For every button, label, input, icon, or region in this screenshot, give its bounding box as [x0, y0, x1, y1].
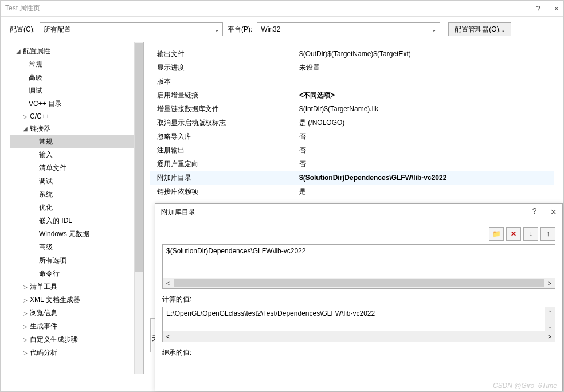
arrow-down-icon: ◢	[16, 48, 23, 54]
new-folder-button[interactable]: 📁	[489, 227, 504, 241]
help-button[interactable]: ?	[536, 4, 540, 13]
folder-icon: 📁	[492, 230, 501, 238]
scroll-left-arrow[interactable]: <	[163, 331, 173, 342]
tree-item[interactable]: 常规	[10, 58, 134, 71]
tree-item[interactable]: ▷代码分析	[10, 346, 134, 359]
tree-item[interactable]: 系统	[10, 188, 134, 201]
property-key: 注册输出	[157, 144, 299, 156]
platform-select[interactable]: Win32 ⌄	[257, 22, 440, 36]
vertical-scrollbar[interactable]: ⌃ ⌄	[545, 307, 555, 331]
tree-root[interactable]: ◢配置属性	[10, 45, 134, 58]
tree-item[interactable]: 命令行	[10, 267, 134, 280]
dialog-toolbar: 📁 ✕ ↓ ↑	[162, 227, 555, 241]
tree-item-cc[interactable]: ▷C/C++	[10, 111, 134, 122]
dialog-title: 附加库目录	[161, 207, 532, 217]
tree-item[interactable]: ▷XML 文档生成器	[10, 293, 134, 307]
tree-item-linker[interactable]: ◢链接器	[10, 122, 134, 135]
dialog-help-button[interactable]: ?	[532, 206, 537, 218]
delete-icon: ✕	[511, 230, 516, 238]
move-down-button[interactable]: ↓	[523, 227, 538, 241]
property-row[interactable]: 显示进度未设置	[150, 61, 554, 75]
property-value[interactable]: $(OutDir)$(TargetName)$(TargetExt)	[299, 48, 547, 60]
config-value: 所有配置	[44, 25, 71, 34]
property-value[interactable]: <不同选项>	[299, 89, 547, 101]
property-key: 取消显示启动版权标志	[157, 117, 299, 128]
arrow-right-icon: ▷	[23, 297, 30, 303]
tree-item[interactable]: 嵌入的 IDL	[10, 214, 134, 228]
arrow-right-icon: ▷	[23, 113, 30, 120]
tree-item[interactable]: VC++ 目录	[10, 97, 134, 111]
platform-value: Win32	[261, 25, 280, 33]
arrow-down-icon: ↓	[529, 230, 532, 238]
horizontal-scrollbar[interactable]: < >	[163, 278, 555, 288]
computed-label: 计算的值:	[162, 295, 555, 304]
tree-item[interactable]: ▷清单工具	[10, 280, 134, 293]
scroll-left-arrow[interactable]: <	[163, 278, 173, 288]
scroll-down-arrow[interactable]: ⌄	[545, 321, 555, 331]
property-row[interactable]: 链接库依赖项是	[150, 185, 554, 198]
tree-item[interactable]: 输入	[10, 148, 134, 162]
property-value[interactable]: 否	[299, 131, 547, 142]
property-row[interactable]: 逐用户重定向否	[150, 157, 554, 171]
arrow-right-icon: ▷	[23, 350, 30, 356]
scroll-right-arrow[interactable]: >	[545, 278, 555, 288]
arrow-down-icon: ◢	[23, 126, 30, 132]
close-button[interactable]: ×	[554, 4, 559, 13]
directory-entry[interactable]: $(SolutionDir)Dependences\GLFW\lib-vc202…	[166, 247, 551, 255]
tree-item[interactable]: 优化	[10, 201, 134, 214]
scrollbar-thumb[interactable]	[174, 279, 544, 287]
arrow-up-icon: ↑	[546, 230, 550, 238]
inherited-label: 继承的值:	[162, 348, 555, 358]
scroll-up-arrow[interactable]: ⌃	[545, 307, 555, 317]
tree-item[interactable]: Windows 元数据	[10, 228, 134, 241]
property-key: 版本	[157, 76, 299, 87]
config-select[interactable]: 所有配置 ⌄	[40, 22, 223, 36]
property-value[interactable]: $(IntDir)$(TargetName).ilk	[299, 103, 547, 115]
tree-item[interactable]: 调试	[10, 84, 134, 97]
horizontal-scrollbar[interactable]: < >	[163, 331, 555, 342]
tree-item[interactable]: 高级	[10, 241, 134, 254]
toolbar: 配置(C): 所有配置 ⌄ 平台(P): Win32 ⌄ 配置管理器(O)...	[1, 17, 563, 42]
scroll-right-arrow[interactable]: >	[545, 331, 555, 342]
property-row[interactable]: 版本	[150, 75, 554, 88]
dialog-titlebar: 附加库目录 ? ×	[155, 204, 562, 221]
property-value[interactable]: 未设置	[299, 62, 547, 73]
property-row[interactable]: 附加库目录$(SolutionDir)Dependences\GLFW\lib-…	[150, 171, 554, 185]
computed-value: E:\OpenGL\OpenGLclass\test2\Test\Depende…	[166, 309, 551, 317]
tree-item[interactable]: 清单文件	[10, 162, 134, 175]
tree-item[interactable]: 高级	[10, 71, 134, 84]
property-key: 增量链接数据库文件	[157, 103, 299, 115]
arrow-right-icon: ▷	[23, 284, 30, 290]
property-value[interactable]: 否	[299, 144, 547, 156]
delete-button[interactable]: ✕	[506, 227, 521, 241]
property-value[interactable]: 否	[299, 158, 547, 170]
property-row[interactable]: 增量链接数据库文件$(IntDir)$(TargetName).ilk	[150, 102, 554, 116]
config-manager-button[interactable]: 配置管理器(O)...	[448, 22, 511, 36]
property-row[interactable]: 注册输出否	[150, 143, 554, 157]
tree-item[interactable]: 所有选项	[10, 254, 134, 267]
property-value[interactable]: 是	[299, 186, 547, 197]
property-value[interactable]: $(SolutionDir)Dependences\GLFW\lib-vc202…	[299, 172, 547, 183]
scrollbar-thumb[interactable]	[135, 43, 143, 272]
tree-item[interactable]: ▷生成事件	[10, 320, 134, 333]
property-tree: ◢配置属性 常规 高级 调试 VC++ 目录 ▷C/C++ ◢链接器 常规 输入…	[10, 42, 134, 374]
tree-item-linker-general[interactable]: 常规	[10, 135, 134, 148]
property-value[interactable]: 是 (/NOLOGO)	[299, 117, 547, 128]
dialog-close-button[interactable]: ×	[550, 206, 557, 218]
chevron-down-icon: ⌄	[432, 26, 436, 33]
property-row[interactable]: 输出文件$(OutDir)$(TargetName)$(TargetExt)	[150, 47, 554, 61]
tree-scrollbar[interactable]	[134, 42, 143, 374]
property-value[interactable]	[299, 76, 547, 87]
property-row[interactable]: 启用增量链接<不同选项>	[150, 88, 554, 102]
platform-label: 平台(P):	[228, 25, 252, 34]
property-key: 逐用户重定向	[157, 158, 299, 170]
tree-item[interactable]: ▷浏览信息	[10, 307, 134, 320]
property-row[interactable]: 取消显示启动版权标志是 (/NOLOGO)	[150, 116, 554, 130]
property-row[interactable]: 忽略导入库否	[150, 130, 554, 143]
directories-list[interactable]: $(SolutionDir)Dependences\GLFW\lib-vc202…	[162, 244, 555, 289]
move-up-button[interactable]: ↑	[540, 227, 555, 241]
titlebar: Test 属性页 ? ×	[1, 1, 563, 17]
tree-item[interactable]: ▷自定义生成步骤	[10, 333, 134, 346]
config-label: 配置(C):	[10, 25, 35, 34]
tree-item[interactable]: 调试	[10, 175, 134, 188]
